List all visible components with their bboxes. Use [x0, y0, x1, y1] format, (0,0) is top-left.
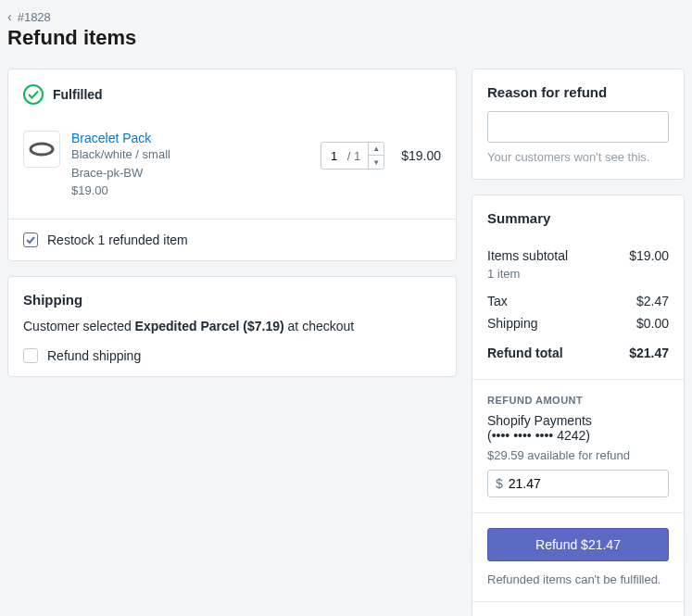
refund-amount-input[interactable] — [509, 476, 661, 491]
product-unit-price: $19.00 — [71, 182, 309, 200]
quantity-input[interactable] — [321, 149, 347, 163]
breadcrumb-order: #1828 — [18, 10, 51, 24]
check-circle-icon — [23, 84, 44, 105]
shipping-amount: $0.00 — [636, 316, 669, 331]
items-subtotal: $19.00 — [629, 248, 669, 263]
refund-shipping-checkbox[interactable] — [23, 348, 38, 363]
chevron-up-icon[interactable]: ▲ — [369, 142, 384, 156]
shipping-description: Customer selected Expedited Parcel ($7.1… — [8, 319, 456, 348]
reason-help: Your customers won't see this. — [487, 150, 669, 164]
refund-total-label: Refund total — [487, 346, 563, 360]
payment-gateway: Shopify Payments — [487, 413, 669, 428]
reason-input[interactable] — [487, 111, 669, 143]
available-refund: $29.59 available for refund — [487, 448, 669, 462]
refund-amount-field[interactable]: $ — [487, 470, 669, 497]
restock-label: Restock 1 refunded item — [47, 233, 188, 247]
product-thumbnail — [23, 131, 60, 168]
items-subtotal-label: Items subtotal — [487, 248, 568, 263]
chevron-down-icon[interactable]: ▼ — [369, 156, 384, 170]
tax-amount: $2.47 — [636, 294, 669, 308]
chevron-left-icon: ‹ — [7, 9, 12, 24]
items-count: 1 item — [487, 267, 669, 281]
summary-heading: Summary — [472, 195, 684, 237]
reason-card: Reason for refund Your customers won't s… — [472, 69, 685, 180]
shipping-label: Shipping — [487, 316, 538, 331]
fulfilled-label: Fulfilled — [53, 87, 103, 102]
quantity-stepper[interactable]: / 1 ▲ ▼ — [321, 142, 384, 170]
refund-total: $21.47 — [629, 346, 669, 360]
breadcrumb[interactable]: ‹ #1828 — [7, 9, 685, 24]
refund-amount-label: REFUND AMOUNT — [472, 380, 684, 413]
line-price: $19.00 — [401, 148, 441, 163]
page-title: Refund items — [7, 26, 685, 50]
restock-checkbox[interactable] — [23, 233, 38, 247]
tax-label: Tax — [487, 294, 508, 308]
svg-point-0 — [31, 144, 53, 155]
shipping-card: Shipping Customer selected Expedited Par… — [7, 276, 457, 377]
product-sku: Brace-pk-BW — [71, 164, 309, 182]
refund-button[interactable]: Refund $21.47 — [487, 528, 669, 561]
payment-card: (•••• •••• •••• 4242) — [487, 428, 669, 443]
product-variant: Black/white / small — [71, 145, 309, 164]
reason-heading: Reason for refund — [472, 69, 684, 111]
fulfilled-card: Fulfilled Bracelet Pack Black/white / sm… — [7, 69, 457, 261]
refund-note: Refunded items can't be fulfilled. — [487, 572, 669, 586]
refund-shipping-label: Refund shipping — [47, 348, 141, 363]
product-name[interactable]: Bracelet Pack — [71, 131, 309, 145]
quantity-max: / 1 — [347, 149, 368, 163]
summary-card: Summary Items subtotal $19.00 1 item Tax… — [472, 195, 685, 616]
shipping-heading: Shipping — [8, 277, 456, 319]
currency-symbol: $ — [496, 476, 503, 491]
